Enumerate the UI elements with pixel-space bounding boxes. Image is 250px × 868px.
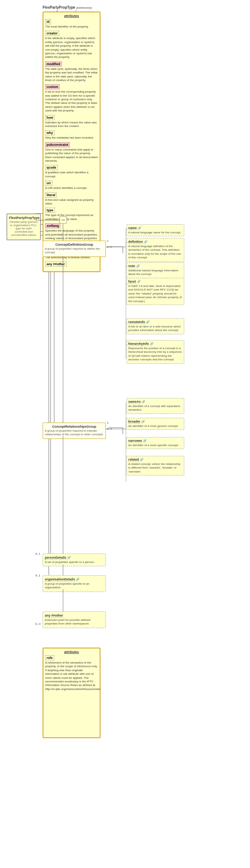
prop-hierarchyinfo-box: hierarchyInfo 🔗 Represents the position … — [126, 340, 184, 364]
concept-rel-group-desc: A group of properties required to indica… — [45, 429, 104, 437]
attr-pubconstraint: pubconstraint One or many constraints th… — [45, 142, 98, 163]
person-details-box: personDetails 🔗 A set of properties spec… — [43, 554, 106, 566]
prop-broader-box: broader 🔗 An identifier of a more generi… — [126, 418, 184, 430]
concept-def-group: ConceptDefinitionGroup A group of proper… — [43, 241, 106, 257]
connector-vert-rel-items — [126, 402, 126, 482]
connector-horiz-def — [106, 247, 126, 247]
org-details-box: organisationDetails 🔗 A group of propert… — [43, 575, 106, 592]
prop-note-box: note 🔗 Additional natural language infor… — [126, 262, 184, 278]
attr-how: how Indicates by which means the value w… — [45, 115, 98, 128]
connector-horiz-name — [126, 229, 128, 229]
connector-horiz-note — [126, 266, 128, 266]
connector-vert-def-items — [126, 229, 126, 359]
mult-person: 0..1 — [35, 552, 40, 555]
concept-def-group-title: ConceptDefinitionGroup — [45, 243, 104, 246]
diagram-title: FlexPartyPropType (extension) — [43, 5, 92, 9]
connector-horiz-facet — [126, 284, 128, 284]
attributes-panel-title: attributes — [45, 14, 98, 18]
attr-type: type The type of the concept expressed a… — [45, 208, 98, 221]
attributes-panel-bottom-title: attributes — [45, 650, 98, 654]
attr-role: role A refinement of the semantics of th… — [45, 655, 98, 691]
prop-facet-box: facet 🔗 In NAR 1.8 and later, facet is d… — [126, 278, 184, 305]
concept-rel-group: ConceptRelationshipsGroup A group of pro… — [43, 423, 106, 439]
attr-modified: modified The date (and, optionally, the … — [45, 62, 98, 82]
main-class-box: FlextPartyPropType Flexible party (perso… — [7, 213, 41, 240]
mult-org: 0..1 — [35, 574, 40, 577]
attr-literal: literal A free-text value assigned as pr… — [45, 192, 98, 206]
prop-sameas-box: sameAs 🔗 An identifier of a concept with… — [126, 398, 184, 414]
sequence-box: ··· — [60, 216, 67, 224]
attr-uri: uri A URI which identifies a concept. — [45, 181, 98, 190]
prop-name-box: name 🔗 A natural language name for the c… — [126, 224, 184, 236]
prop-related-box: related 🔗 A related concept, where the r… — [126, 456, 184, 475]
diagram-container: FlexPartyPropType (extension) attributes… — [0, 0, 250, 868]
attr-id: id The local identifier of the property. — [45, 19, 98, 29]
concept-rel-group-title: ConceptRelationshipsGroup — [45, 425, 104, 428]
prop-remoteinfo-box: remoteInfo 🔗 A link to an item or a web … — [126, 318, 184, 334]
prop-narrower-box: narrower 🔗 An identifier of a more speci… — [126, 437, 184, 449]
any-other-box: any ##other Extension point for provider… — [43, 611, 106, 628]
concept-def-group-desc: A group of properties required to define… — [45, 247, 104, 255]
diagram-area: FlexPartyPropType (extension) attributes… — [4, 4, 246, 865]
attr-creator: creator If the attribute is empty, speci… — [45, 31, 98, 59]
mult-def-outer: 1 — [107, 239, 108, 242]
attributes-panel-top: attributes id The local identifier of th… — [43, 12, 100, 272]
attr-why: why Why the metadata has been included. — [45, 130, 98, 140]
attributes-panel-bottom: attributes role A refinement of the sema… — [43, 648, 100, 738]
connector-horiz-def — [126, 242, 128, 243]
main-class-title: FlextPartyPropType — [9, 216, 38, 220]
connector-vert-3 — [63, 436, 63, 564]
prop-definition-box: definition 🔗 A natural language definiti… — [126, 238, 184, 262]
attr-any-other: any ##other — [45, 262, 98, 267]
mult-any: 0..∞ — [35, 622, 41, 626]
connector-vert-2 — [63, 256, 63, 428]
attr-custom: custom If set to true the corresponding … — [45, 84, 98, 113]
connector-horiz-remoteinfo — [126, 323, 128, 323]
mult-rel-outer: 1 — [107, 421, 108, 424]
main-class-desc: Flexible party (person or organisation) … — [9, 220, 38, 237]
connector-horiz-rel — [106, 429, 126, 429]
attr-qcode: qcode A qualified code which identifies … — [45, 165, 98, 178]
connector-horiz-hierarchyinfo — [126, 344, 128, 345]
